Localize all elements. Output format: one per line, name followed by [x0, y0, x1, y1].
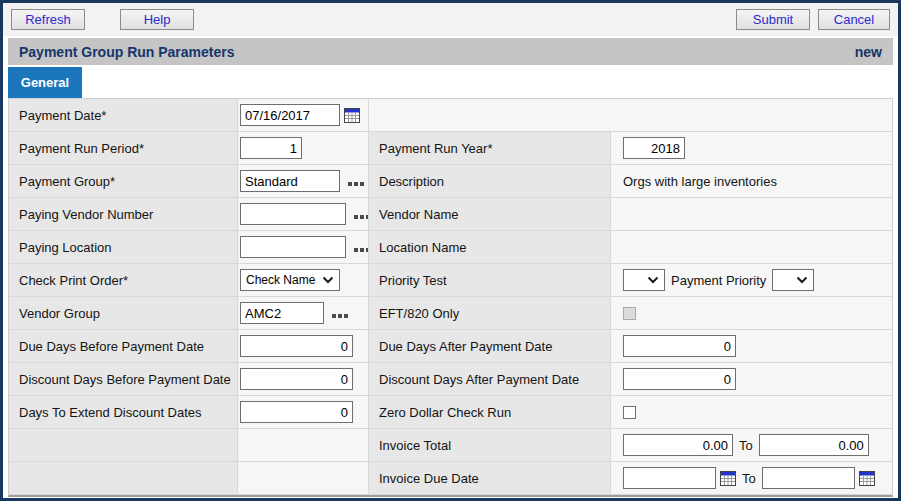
zero-dollar-check-run-cell: [611, 396, 892, 429]
paying-location-input[interactable]: [240, 236, 346, 258]
payment-group-input[interactable]: [240, 170, 340, 192]
tab-general[interactable]: General: [8, 67, 82, 98]
discount-days-after-input[interactable]: [623, 368, 736, 390]
payment-run-period-label: Payment Run Period*: [9, 132, 238, 165]
description-label: Description: [369, 165, 611, 198]
priority-test-select[interactable]: [623, 269, 665, 291]
vendor-name-label: Vendor Name: [369, 198, 611, 231]
chevron-down-icon: [796, 276, 808, 284]
invoice-total-label: Invoice Total: [369, 429, 611, 462]
paying-location-label: Paying Location: [9, 231, 238, 264]
due-days-after-label: Due Days After Payment Date: [369, 330, 611, 363]
due-days-before-label: Due Days Before Payment Date: [9, 330, 238, 363]
invoice-due-date-from-input[interactable]: [623, 467, 716, 489]
due-days-before-cell: [238, 330, 369, 363]
calendar-icon[interactable]: [344, 108, 360, 123]
empty-input-cell: [238, 462, 369, 495]
refresh-button[interactable]: Refresh: [11, 9, 85, 30]
location-name-label: Location Name: [369, 231, 611, 264]
paying-vendor-number-lookup-icon[interactable]: [354, 209, 369, 219]
eft-820-only-label: EFT/820 Only: [369, 297, 611, 330]
priority-test-label: Priority Test: [369, 264, 611, 297]
payment-run-period-cell: [238, 132, 369, 165]
paying-location-cell: [238, 231, 369, 264]
payment-run-year-label: Payment Run Year*: [369, 132, 611, 165]
due-days-after-input[interactable]: [623, 335, 736, 357]
due-days-before-input[interactable]: [240, 335, 353, 357]
payment-date-cell: [238, 99, 369, 132]
payment-group-run-parameters-window: Refresh Help Submit Cancel Payment Group…: [0, 0, 901, 501]
help-button[interactable]: Help: [120, 9, 194, 30]
check-print-order-value: Check Name: [246, 273, 315, 287]
paying-vendor-number-cell: [238, 198, 369, 231]
payment-date-input[interactable]: [240, 104, 340, 126]
vendor-name-cell: [611, 198, 892, 231]
invoice-due-date-cell: To: [611, 462, 892, 495]
payment-priority-select[interactable]: [772, 269, 814, 291]
invoice-due-date-to-input[interactable]: [762, 467, 855, 489]
priority-test-cell: Payment Priority: [611, 264, 892, 297]
invoice-due-date-to-label: To: [742, 471, 756, 486]
invoice-total-to-label: To: [739, 438, 753, 453]
empty-label-cell: [9, 429, 238, 462]
check-print-order-label: Check Print Order*: [9, 264, 238, 297]
chevron-down-icon: [647, 276, 659, 284]
paying-vendor-number-input[interactable]: [240, 203, 346, 225]
toolbar: Refresh Help Submit Cancel: [3, 3, 898, 36]
empty-input-cell: [238, 429, 369, 462]
discount-days-before-input[interactable]: [240, 368, 353, 390]
empty-cell: [369, 99, 892, 132]
invoice-total-from-input[interactable]: [623, 434, 733, 456]
payment-group-lookup-icon[interactable]: [348, 176, 364, 186]
discount-days-after-cell: [611, 363, 892, 396]
eft-820-only-checkbox: [623, 307, 636, 320]
description-cell: Orgs with large inventories: [611, 165, 892, 198]
cancel-button[interactable]: Cancel: [818, 9, 890, 30]
payment-priority-label: Payment Priority: [671, 273, 766, 288]
days-to-extend-label: Days To Extend Discount Dates: [9, 396, 238, 429]
zero-dollar-check-run-label: Zero Dollar Check Run: [369, 396, 611, 429]
paying-location-lookup-icon[interactable]: [354, 242, 369, 252]
zero-dollar-check-run-checkbox[interactable]: [623, 406, 636, 419]
check-print-order-cell: Check Name: [238, 264, 369, 297]
vendor-group-cell: [238, 297, 369, 330]
location-name-cell: [611, 231, 892, 264]
vendor-group-label: Vendor Group: [9, 297, 238, 330]
due-days-after-cell: [611, 330, 892, 363]
discount-days-after-label: Discount Days After Payment Date: [369, 363, 611, 396]
record-status-badge: new: [855, 44, 882, 60]
calendar-icon[interactable]: [859, 471, 875, 486]
parameters-form: Payment Date* Payment Run Period* Paymen…: [8, 98, 893, 497]
payment-date-label: Payment Date*: [9, 99, 238, 132]
check-print-order-select[interactable]: Check Name: [240, 269, 340, 291]
tab-strip: General: [8, 65, 893, 98]
invoice-due-date-label: Invoice Due Date: [369, 462, 611, 495]
vendor-group-input[interactable]: [240, 302, 324, 324]
days-to-extend-input[interactable]: [240, 401, 353, 423]
toolbar-right-group: Submit Cancel: [736, 9, 890, 30]
title-bar: Payment Group Run Parameters new: [8, 38, 893, 65]
payment-run-year-cell: [611, 132, 892, 165]
discount-days-before-cell: [238, 363, 369, 396]
payment-run-period-input[interactable]: [240, 137, 302, 159]
submit-button[interactable]: Submit: [736, 9, 810, 30]
payment-group-cell: [238, 165, 369, 198]
invoice-total-to-input[interactable]: [759, 434, 869, 456]
chevron-down-icon: [322, 276, 334, 284]
discount-days-before-label: Discount Days Before Payment Date: [9, 363, 238, 396]
description-value: Orgs with large inventories: [623, 174, 777, 189]
vendor-group-lookup-icon[interactable]: [332, 308, 348, 318]
paying-vendor-number-label: Paying Vendor Number: [9, 198, 238, 231]
payment-group-label: Payment Group*: [9, 165, 238, 198]
calendar-icon[interactable]: [720, 471, 736, 486]
payment-run-year-input[interactable]: [623, 137, 685, 159]
invoice-total-cell: To: [611, 429, 892, 462]
empty-label-cell: [9, 462, 238, 495]
days-to-extend-cell: [238, 396, 369, 429]
page-title: Payment Group Run Parameters: [19, 44, 235, 60]
eft-820-only-cell: [611, 297, 892, 330]
